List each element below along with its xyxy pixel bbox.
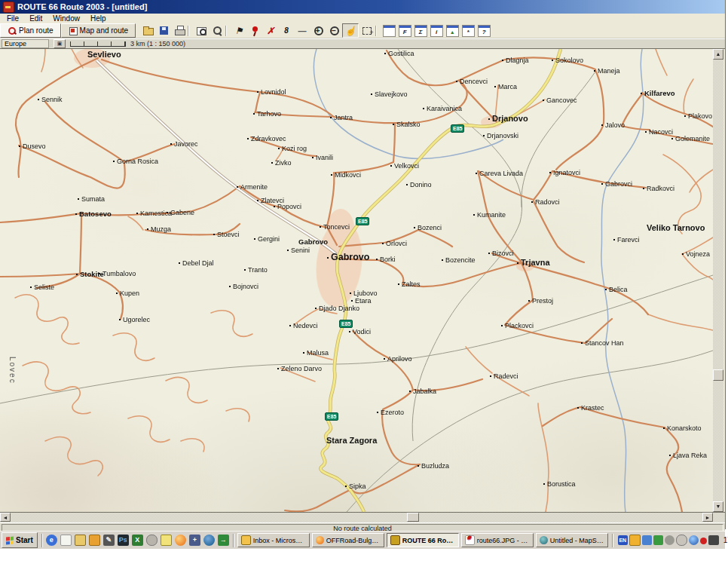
firefox-icon[interactable] xyxy=(175,535,186,546)
scroll-down-button[interactable]: ▼ xyxy=(713,501,723,512)
menu-help[interactable]: Help xyxy=(85,14,112,23)
show-desktop-icon[interactable] xyxy=(218,535,229,546)
map-label: Bojnovci xyxy=(229,283,258,290)
toolbar-separator[interactable] xyxy=(375,24,381,37)
pan-button[interactable] xyxy=(342,23,359,38)
map-label: Kilfarevo xyxy=(641,89,675,97)
map-label: Armenite xyxy=(237,183,268,191)
menu-window[interactable]: Window xyxy=(47,14,85,23)
tray-messenger-icon[interactable] xyxy=(642,535,652,545)
tray-display-icon[interactable] xyxy=(708,535,719,545)
map-label: Nacovci xyxy=(645,128,673,136)
menu-file[interactable]: File xyxy=(2,14,24,23)
notes-icon[interactable] xyxy=(161,535,172,546)
zoom-out-button[interactable] xyxy=(326,24,341,37)
scroll-left-button[interactable]: ◄ xyxy=(0,513,11,522)
print-button[interactable] xyxy=(172,24,187,37)
folder-icon[interactable] xyxy=(75,535,86,546)
map-label: Zdravkovec xyxy=(247,135,286,142)
start-button[interactable]: Start xyxy=(2,532,38,548)
window-options-button[interactable] xyxy=(460,24,476,37)
find-place-button[interactable] xyxy=(210,24,225,37)
globe-app-icon[interactable] xyxy=(203,535,215,546)
help-icon xyxy=(478,25,491,37)
document-icon[interactable] xyxy=(60,535,72,546)
media-app-icon[interactable] xyxy=(89,535,100,546)
pushpin-icon xyxy=(249,25,262,37)
map-label: Gabrovci xyxy=(601,180,632,188)
title-bar[interactable]: ROUTE 66 Route 2003 - [untitled] xyxy=(0,0,725,14)
photoshop-icon[interactable] xyxy=(118,535,129,546)
map-label: Golemanite xyxy=(671,135,710,142)
excel-icon[interactable] xyxy=(132,535,143,546)
window-summary-button[interactable] xyxy=(413,24,428,37)
pen-tool-icon[interactable] xyxy=(103,535,115,546)
task-route66[interactable]: ROUTE 66 Route 2... xyxy=(387,533,459,547)
ie-icon[interactable] xyxy=(46,535,57,546)
quick-launch xyxy=(46,535,229,546)
map-label: Javorec xyxy=(170,140,198,148)
select-rectangle-icon xyxy=(361,25,374,37)
map-label: Senini xyxy=(287,247,310,254)
tray-alert-icon[interactable] xyxy=(700,538,707,544)
map-label: Gancovec xyxy=(543,96,577,104)
window-find-button[interactable] xyxy=(397,24,412,37)
select-area-button[interactable] xyxy=(359,24,375,37)
map-label: Zaltes xyxy=(398,280,421,288)
map-label: Belica xyxy=(605,286,628,293)
horizontal-scroll-thumb[interactable] xyxy=(407,513,419,522)
vertical-scroll-thumb[interactable] xyxy=(713,369,723,381)
taskbar-clock: 17:10 xyxy=(720,536,728,544)
set-departure-button[interactable] xyxy=(231,24,246,37)
mouse-utility-icon[interactable] xyxy=(146,535,158,546)
map-label: Stara Zagora xyxy=(326,436,377,445)
language-indicator-icon[interactable] xyxy=(618,535,628,545)
tray-updater-icon[interactable] xyxy=(665,535,674,545)
map-label: Batosevo xyxy=(75,210,112,218)
toolbar-separator[interactable] xyxy=(225,24,231,37)
open-file-button[interactable] xyxy=(140,24,155,37)
scale-ruler-icon xyxy=(70,41,126,47)
tray-network-icon[interactable] xyxy=(689,535,699,545)
find-magnifier-icon xyxy=(211,25,224,37)
save-button[interactable] xyxy=(156,24,171,37)
measure-button[interactable] xyxy=(295,24,310,37)
window-overview-button[interactable] xyxy=(381,24,396,37)
tray-mouse-icon[interactable] xyxy=(676,535,687,546)
map-label: Buzludza xyxy=(418,462,449,470)
waypoint-icon xyxy=(280,25,293,37)
vertical-scrollbar[interactable]: ▲ ▼ xyxy=(713,49,723,512)
menu-edit[interactable]: Edit xyxy=(24,14,47,23)
toolbar-separator[interactable] xyxy=(188,24,193,37)
task-icon xyxy=(241,535,251,545)
tray-antivirus-icon[interactable] xyxy=(653,535,663,545)
scroll-right-button[interactable]: ► xyxy=(702,513,713,522)
map-label: Marca xyxy=(494,83,517,90)
map-canvas[interactable]: SevlievoSennikDusevoJavorecGorna RosicaG… xyxy=(0,49,713,512)
waypoint-button[interactable] xyxy=(279,24,294,37)
task-mapsource[interactable]: Untitled - MapSource xyxy=(536,533,608,547)
region-selector[interactable]: Europe xyxy=(2,39,49,48)
map-label: Nedevci xyxy=(289,322,318,329)
tab-map-and-route[interactable]: Map and route xyxy=(61,23,136,38)
map-label: Jantra xyxy=(330,114,353,121)
horizontal-scrollbar[interactable]: ◄ ► xyxy=(0,512,725,522)
window-info-button[interactable] xyxy=(429,24,444,37)
map-label: Slavejkovo xyxy=(371,90,408,98)
remove-point-button[interactable] xyxy=(263,24,278,37)
map-label: Careva Livada xyxy=(476,170,523,177)
move-tool-icon[interactable] xyxy=(189,535,200,546)
zoom-to-map-button[interactable] xyxy=(194,24,209,37)
task-outlook[interactable]: Inbox - Microsoft Ou... xyxy=(237,533,310,547)
window-help-button[interactable] xyxy=(476,24,491,37)
task-offroad-bulgaria[interactable]: OFFRoad-Bulgaria.co... xyxy=(312,533,384,547)
task-irfanview[interactable]: route66.JPG - IrfanVi... xyxy=(461,533,534,547)
set-destination-button[interactable] xyxy=(247,24,262,37)
scale-options-button[interactable]: ▣ xyxy=(54,39,66,48)
scroll-up-button[interactable]: ▲ xyxy=(713,49,723,60)
window-picture-button[interactable] xyxy=(445,24,460,37)
zoom-in-button[interactable] xyxy=(310,24,326,37)
sigma-window-icon xyxy=(414,25,427,37)
tab-plan-route[interactable]: Plan route xyxy=(0,23,61,38)
tray-scheduler-icon[interactable] xyxy=(629,535,641,546)
